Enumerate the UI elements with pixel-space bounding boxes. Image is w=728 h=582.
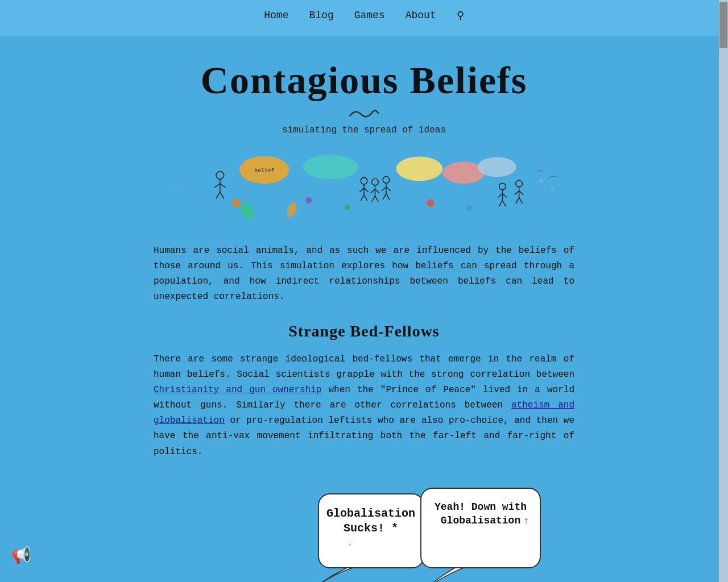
svg-line-8 [220, 184, 226, 188]
svg-text:belief: belief [254, 167, 274, 173]
squiggle-icon [347, 107, 381, 119]
svg-line-29 [386, 187, 391, 191]
navigation: Home Blog Games About ⚲ [0, 0, 728, 36]
svg-point-2 [197, 191, 199, 193]
svg-point-5 [216, 172, 224, 180]
subtitle-container: simulating the spread of ideas [154, 107, 574, 135]
svg-point-0 [174, 185, 177, 188]
svg-line-31 [386, 193, 390, 199]
svg-line-30 [383, 193, 386, 199]
svg-text:†: † [524, 518, 528, 526]
svg-line-24 [372, 196, 375, 202]
svg-line-7 [214, 184, 220, 188]
nav-games[interactable]: Games [354, 10, 385, 21]
svg-point-35 [499, 183, 506, 190]
nav-container: Home Blog Games About ⚲ [142, 0, 586, 31]
svg-point-4 [551, 188, 554, 190]
christianity-gun-link[interactable]: Christianity and gun ownership [154, 385, 321, 395]
svg-point-49 [345, 205, 350, 210]
svg-text:*: * [348, 543, 352, 550]
svg-point-13 [303, 155, 358, 179]
svg-line-45 [516, 197, 519, 203]
svg-point-48 [305, 197, 312, 203]
svg-line-46 [519, 197, 523, 203]
subtitle-text: simulating the spread of ideas [154, 125, 574, 135]
svg-line-28 [382, 187, 386, 191]
svg-point-50 [427, 199, 435, 207]
intro-paragraph: Humans are social animals, and as such w… [154, 243, 574, 305]
strange-bedfellows-text: There are some strange ideological bed-f… [154, 352, 574, 460]
svg-point-3 [540, 179, 543, 182]
loudspeaker-widget[interactable]: 📢 [11, 546, 31, 565]
svg-line-18 [361, 194, 364, 201]
svg-line-22 [371, 189, 375, 193]
svg-line-19 [364, 194, 367, 201]
svg-line-16 [359, 188, 364, 192]
svg-line-9 [216, 192, 220, 199]
svg-point-47 [232, 198, 241, 207]
search-icon[interactable]: ⚲ [457, 9, 464, 22]
svg-point-1 [185, 177, 188, 180]
svg-point-51 [466, 206, 472, 211]
paragraph-before-link1: There are some strange ideological bed-f… [154, 354, 574, 380]
page-title: Contagious Beliefs [154, 59, 574, 102]
svg-line-25 [375, 196, 378, 202]
svg-text:Globalisation: Globalisation [441, 515, 520, 526]
nav-about[interactable]: About [406, 10, 436, 21]
svg-text:Sucks! *: Sucks! * [344, 522, 398, 535]
svg-line-37 [498, 193, 503, 197]
bottom-svg: Globalisation Sucks! * * Yeah! Down with… [159, 477, 569, 582]
svg-line-39 [499, 200, 503, 206]
svg-rect-64 [421, 488, 540, 568]
svg-point-20 [372, 178, 379, 185]
svg-point-14 [361, 177, 367, 184]
svg-point-26 [383, 176, 390, 183]
scrollbar-thumb[interactable] [719, 2, 727, 48]
nav-blog[interactable]: Blog [309, 10, 333, 21]
svg-point-41 [516, 180, 523, 187]
svg-line-43 [515, 191, 519, 195]
nav-home[interactable]: Home [264, 10, 288, 21]
hero-illustration: belief [154, 147, 574, 226]
svg-point-32 [396, 156, 442, 181]
svg-line-40 [502, 200, 506, 206]
main-content: Contagious Beliefs simulating the spread… [142, 36, 586, 582]
svg-text:Yeah! Down with: Yeah! Down with [435, 501, 527, 513]
svg-point-52 [238, 201, 257, 222]
svg-line-44 [519, 191, 524, 195]
svg-line-23 [375, 189, 379, 193]
hero-svg: belief [154, 147, 574, 226]
bottom-illustration: Globalisation Sucks! * * Yeah! Down with… [154, 477, 574, 582]
svg-text:Globalisation: Globalisation [326, 507, 415, 520]
svg-line-10 [220, 192, 224, 199]
strange-bedfellows-heading: Strange Bed-Fellows [154, 322, 574, 340]
svg-line-17 [364, 188, 369, 192]
svg-point-53 [285, 201, 299, 218]
svg-point-34 [478, 157, 516, 177]
scrollbar-track[interactable] [719, 0, 728, 582]
svg-line-38 [502, 193, 507, 197]
